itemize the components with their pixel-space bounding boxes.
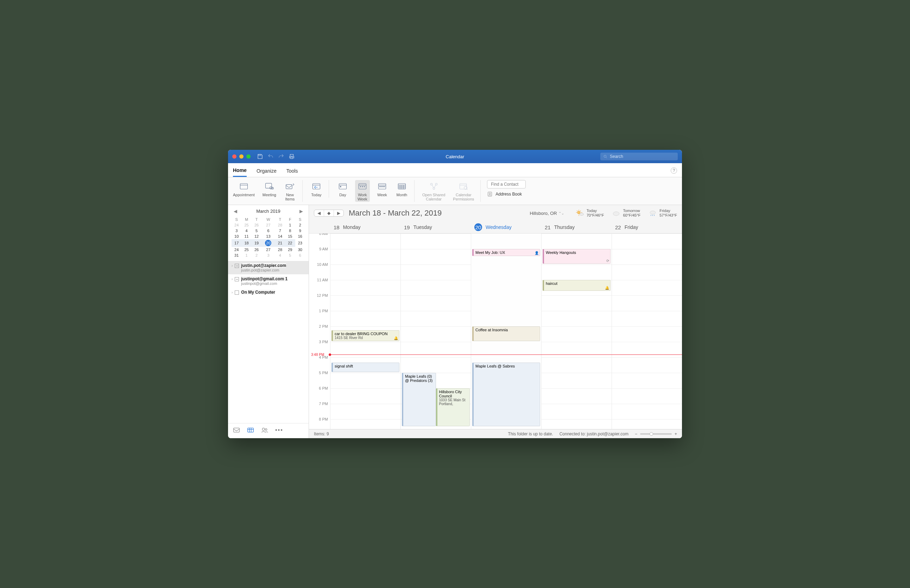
minimize-window-button[interactable] [239,154,243,158]
work-week-view-button[interactable]: Work Week [355,180,370,202]
maximize-window-button[interactable] [246,154,251,158]
minical-day[interactable]: 24 [232,247,241,252]
tab-organize[interactable]: Organize [256,167,277,176]
minical-day[interactable]: 26 [252,247,261,252]
month-view-button[interactable]: Month [395,180,409,202]
minical-day[interactable]: 4 [241,228,251,234]
account-checkbox[interactable] [235,291,239,295]
today-button[interactable]: Today [309,180,324,198]
minical-day[interactable]: 5 [252,228,261,234]
minical-day[interactable]: 13 [261,234,275,239]
close-window-button[interactable] [232,154,236,158]
weather-location[interactable]: Hillsboro, OR ⌃⌄ [529,211,564,216]
minical-day[interactable]: 22 [285,239,295,247]
zoom-slider[interactable]: − + [635,431,677,436]
next-month-button[interactable]: ▶ [297,208,305,215]
account-checkbox[interactable] [235,277,239,281]
minical-day[interactable]: 17 [232,239,241,247]
minical-day[interactable]: 26 [252,222,261,228]
minical-day[interactable]: 1 [241,252,251,258]
expand-icon[interactable]: › [232,276,233,281]
day-header[interactable]: 18Monday [330,221,400,233]
help-button[interactable]: ? [671,167,677,174]
next-period-button[interactable]: ▶ [334,210,343,216]
save-icon[interactable] [257,153,263,160]
minical-day[interactable]: 11 [241,234,251,239]
day-column[interactable] [612,234,682,429]
minical-day[interactable]: 7 [275,228,285,234]
zoom-out-button[interactable]: − [635,431,637,436]
undo-icon[interactable] [267,153,274,160]
minical-day[interactable]: 12 [252,234,261,239]
mail-nav-button[interactable] [233,427,240,435]
minical-day[interactable]: 29 [285,247,295,252]
minical-day[interactable]: 15 [285,234,295,239]
people-nav-button[interactable] [261,427,268,435]
tab-tools[interactable]: Tools [287,167,298,176]
minical-day[interactable]: 25 [241,222,251,228]
minical-day[interactable]: 2 [252,252,261,258]
day-header[interactable]: 21Thursday [541,221,612,233]
minical-day[interactable]: 24 [232,222,241,228]
calendar-event[interactable]: Meet My Job: UX 👤 [472,249,540,256]
minical-day[interactable]: 5 [285,252,295,258]
minical-day[interactable]: 10 [232,234,241,239]
calendar-event[interactable]: Hillsboro City Council 1033 SE Main StPo… [436,388,470,426]
minical-day[interactable]: 3 [261,252,275,258]
day-header[interactable]: 19Tuesday [400,221,471,233]
calendar-nav-button[interactable] [247,427,254,435]
open-shared-calendar-button[interactable]: Open Shared Calendar [421,180,447,202]
day-view-button[interactable]: Day [335,180,350,202]
day-header[interactable]: 20Wednesday [471,221,541,233]
minical-day[interactable]: 18 [241,239,251,247]
minical-day[interactable]: 16 [295,234,306,239]
calendar-grid[interactable]: 8 AM9 AM10 AM11 AM12 PM1 PM2 PM3 PM4 PM5… [309,233,682,429]
minical-day[interactable]: 23 [295,239,306,247]
calendar-permissions-button[interactable]: Calendar Permissions [452,180,475,202]
day-column[interactable]: Meet My Job: UX 👤 Coffee at Insomnia Map… [471,234,541,429]
new-items-button[interactable]: New Items [283,180,297,202]
week-view-button[interactable]: Week [375,180,390,202]
calendar-account[interactable]: › justinpot@gmail.com 1justinpot@gmail.c… [228,274,309,288]
minical-day[interactable]: 6 [261,228,275,234]
minical-day[interactable]: 28 [275,247,285,252]
prev-period-button[interactable]: ◀ [314,210,324,216]
minical-day[interactable]: 31 [232,252,241,258]
zoom-in-button[interactable]: + [675,431,677,436]
redo-icon[interactable] [278,153,284,160]
day-column[interactable]: Weekly Hangouts ⟳ haircut 🔔 [541,234,612,429]
minical-day[interactable]: 9 [295,228,306,234]
minical-day[interactable]: 21 [275,239,285,247]
day-column[interactable]: car to dealer BRING COUPON 1415 SE River… [330,234,400,429]
print-icon[interactable] [288,153,295,160]
global-search[interactable]: Search [600,153,678,160]
calendar-event[interactable]: Maple Leafs @ Sabres [472,363,540,426]
minical-day[interactable]: 4 [275,252,285,258]
calendar-account[interactable]: › justin.pot@zapier.comjustin.pot@zapier… [228,261,309,274]
expand-icon[interactable]: › [232,290,233,294]
minical-day[interactable]: 2 [295,222,306,228]
minical-day[interactable]: 27 [261,222,275,228]
minical-day[interactable]: 1 [285,222,295,228]
calendar-event[interactable]: Coffee at Insomnia [472,326,540,341]
calendar-account[interactable]: › On My Computer [228,288,309,297]
minical-day[interactable]: 3 [232,228,241,234]
calendar-event[interactable]: car to dealer BRING COUPON 1415 SE River… [332,330,399,341]
today-dot-button[interactable]: ◆ [324,210,334,216]
prev-month-button[interactable]: ◀ [232,208,239,215]
minical-day[interactable]: 27 [261,247,275,252]
meeting-button[interactable]: Meeting [261,180,278,202]
appointment-button[interactable]: Appointment [232,180,256,202]
minical-day[interactable]: 8 [285,228,295,234]
more-nav-button[interactable]: ••• [275,427,283,435]
mini-calendar-grid[interactable]: SMTWTFS242526272812345678910111213141516… [232,216,305,258]
calendar-event[interactable]: Weekly Hangouts ⟳ [542,249,610,264]
minical-day[interactable]: 25 [241,247,251,252]
tab-home[interactable]: Home [233,166,247,177]
find-contact-input[interactable] [487,180,526,189]
minical-day[interactable]: 19 [252,239,261,247]
minical-day[interactable]: 14 [275,234,285,239]
day-header[interactable]: 22Friday [612,221,682,233]
address-book-button[interactable]: Address Book [487,191,526,197]
calendar-event[interactable]: haircut 🔔 [542,280,610,291]
